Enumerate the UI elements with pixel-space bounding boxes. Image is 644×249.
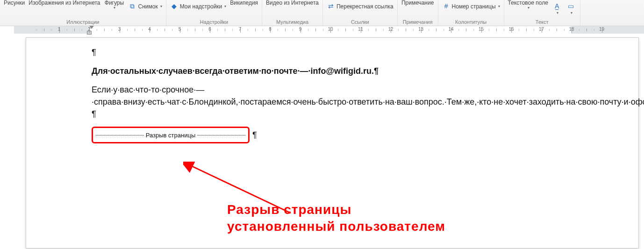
dropcap-icon: A̲	[553, 2, 561, 10]
page-break-highlight: Разрыв страницы	[92, 127, 250, 143]
object-icon: ▭	[567, 2, 575, 10]
chevron-down-icon: ▾	[557, 11, 558, 15]
ribbon-button-screenshot[interactable]: ⧉ Снимок▾	[127, 0, 163, 11]
document-page[interactable]: ¶ Для·остальных·случаев·всегда·ответим·п…	[26, 37, 639, 249]
ribbon-button-pictures[interactable]: Рисунки	[3, 0, 26, 6]
ribbon-button-wikipedia[interactable]: Википедия	[229, 0, 259, 6]
paragraph-bold: Для·остальных·случаев·всегда·ответим·по·…	[92, 65, 459, 77]
page-break-dotted-line	[96, 135, 144, 135]
annotation-text: Разрыв страницы установленный пользовате…	[227, 201, 445, 235]
chevron-down-icon: ▾	[498, 5, 500, 8]
paragraph-text: Если·у·вас·что-то·срочное·—·справа·внизу…	[92, 85, 644, 107]
ribbon-group-illustrations: Рисунки Изображения из Интернета Фигуры▾…	[0, 0, 166, 25]
horizontal-ruler[interactable]: 12345678910111213141516171819	[14, 26, 644, 35]
ribbon-button-xref[interactable]: ⇄ Перекрестная ссылка	[326, 0, 394, 11]
document-viewport: ¶ Для·остальных·случаев·всегда·ответим·п…	[14, 37, 644, 249]
ribbon-label: Видео из Интернета	[266, 0, 319, 6]
screenshot-icon: ⧉	[128, 2, 136, 10]
paragraph-mark: ¶	[92, 46, 459, 58]
paragraph-end-mark: ¶	[252, 130, 257, 140]
ribbon-group-addins: ◆ Мои надстройки▾ Википедия Надстройки	[166, 0, 262, 25]
ribbon-button-pagenum[interactable]: # Номер страницы▾	[441, 0, 501, 11]
paragraph-body: Если·у·вас·что-то·срочное·—·справа·внизу…	[92, 84, 459, 120]
ribbon-group-label: Надстройки	[169, 19, 259, 25]
ribbon-button-webimages[interactable]: Изображения из Интернета	[28, 0, 101, 6]
page-break-label: Разрыв страницы	[144, 132, 198, 139]
ribbon: Рисунки Изображения из Интернета Фигуры▾…	[0, 0, 644, 26]
ribbon-label: Рисунки	[4, 0, 25, 6]
ribbon-group-label: Ссылки	[326, 19, 394, 25]
ribbon-group-label: Текст	[507, 19, 577, 25]
page-break-dotted-line	[197, 135, 245, 135]
ribbon-group-media: Видео из Интернета Мультимедиа	[262, 0, 323, 25]
chevron-down-icon: ▾	[571, 11, 572, 15]
paragraph-text: Для·остальных·случаев·всегда·ответим·по·…	[92, 66, 374, 76]
ribbon-label: Номер страницы	[452, 4, 496, 10]
ribbon-group-label: Примечания	[401, 19, 435, 25]
paragraph-end-mark: ¶	[374, 66, 379, 76]
chevron-down-icon: ▾	[224, 5, 226, 8]
annotation-line2: установленный пользователем	[227, 218, 445, 235]
chevron-down-icon: ▾	[114, 6, 115, 10]
paragraph-end-mark: ¶	[92, 109, 96, 119]
chevron-down-icon: ▾	[160, 5, 162, 8]
document-content[interactable]: ¶ Для·остальных·случаев·всегда·ответим·п…	[92, 46, 459, 143]
ribbon-label: Примечание	[401, 0, 434, 6]
ribbon-button-comment[interactable]: Примечание	[401, 0, 435, 6]
ribbon-button-myaddins[interactable]: ◆ Мои надстройки▾	[169, 0, 228, 11]
annotation-line1: Разрыв страницы	[227, 201, 445, 218]
ribbon-label: Перекрестная ссылка	[336, 4, 394, 10]
page-break-row: Разрыв страницы ¶	[92, 127, 459, 143]
ribbon-label: Википедия	[230, 0, 258, 6]
pagenumber-icon: #	[442, 2, 451, 10]
ribbon-button-dropcap[interactable]: A̲▾	[551, 0, 563, 15]
ribbon-group-comments: Примечание Примечания	[398, 0, 438, 25]
addins-icon: ◆	[170, 2, 179, 10]
ribbon-label: Мои надстройки	[180, 4, 222, 10]
ribbon-button-shapes[interactable]: Фигуры▾	[103, 0, 125, 10]
ribbon-group-label: Колонтитулы	[441, 19, 501, 25]
ribbon-button-textbox[interactable]: Текстовое поле▾	[507, 0, 549, 10]
ribbon-label: Фигуры	[105, 0, 124, 6]
ruler-area: 12345678910111213141516171819	[0, 26, 644, 36]
ribbon-label: Изображения из Интернета	[29, 0, 100, 6]
ribbon-group-links: ⇄ Перекрестная ссылка Ссылки	[323, 0, 398, 25]
ribbon-button-video[interactable]: Видео из Интернета	[265, 0, 320, 6]
ribbon-group-text: Текстовое поле▾ A̲▾ ▭▾ Текст	[504, 0, 580, 25]
ruler-margin-right	[571, 26, 644, 34]
ribbon-group-headerfooter: # Номер страницы▾ Колонтитулы	[438, 0, 504, 25]
ribbon-group-label: Мультимедиа	[265, 19, 320, 25]
ribbon-label: Снимок	[138, 4, 157, 10]
chevron-down-icon: ▾	[528, 6, 530, 10]
ribbon-group-label: Иллюстрации	[3, 19, 163, 25]
ribbon-label: Текстовое поле	[508, 0, 548, 6]
ribbon-button-object[interactable]: ▭▾	[565, 0, 577, 15]
xref-icon: ⇄	[327, 2, 335, 10]
